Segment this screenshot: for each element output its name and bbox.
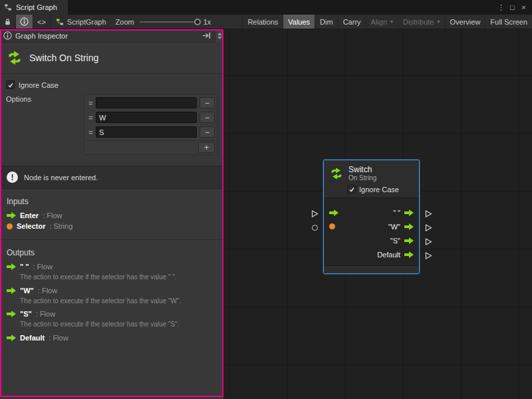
port-name: "W"	[20, 287, 34, 295]
output-port[interactable]: "S"	[390, 237, 414, 245]
full-screen-button[interactable]: Full Screen	[485, 15, 532, 29]
warning-text: Node is never entered.	[24, 174, 98, 182]
node-body: " " "W" "S" Default	[324, 198, 419, 265]
overview-button[interactable]: Overview	[445, 15, 485, 29]
remove-option-button[interactable]: −	[200, 97, 215, 108]
output-port[interactable]: " "	[393, 209, 414, 217]
remove-option-button[interactable]: −	[200, 112, 215, 123]
port-type: : Flow	[43, 211, 62, 219]
window-menu-icon[interactable]: ⋮	[495, 1, 507, 13]
output-port-row: Default : Flow	[0, 332, 223, 343]
flow-output-port-icon	[404, 223, 414, 230]
port-name: " "	[20, 263, 29, 271]
ignore-case-checkbox[interactable]	[6, 80, 15, 89]
port-type: : Flow	[49, 334, 68, 342]
output-port[interactable]: Default	[377, 251, 414, 259]
info-icon	[20, 17, 29, 26]
port-name: "S"	[20, 310, 32, 318]
port-description: The action to execute if the selector ha…	[0, 272, 223, 285]
graph-inspector-panel: Graph Inspector Switch On String Ignore …	[0, 29, 223, 399]
selector-input-port-icon[interactable]	[329, 223, 335, 229]
options-list: = − = − = − +	[84, 94, 217, 155]
flow-input-port-icon[interactable]	[329, 209, 338, 216]
port-type: : Flow	[33, 263, 53, 271]
check-icon	[7, 82, 14, 88]
flow-output-port-icon	[404, 251, 414, 258]
port-type: : String	[49, 222, 72, 230]
toolbar-actions: Relations Values Dim Carry Align▾ Distri…	[242, 15, 532, 29]
zoom-slider[interactable]	[140, 21, 200, 23]
graph-canvas[interactable]: Switch On String Ignore Case " " "W"	[223, 29, 532, 399]
inspector-scrollbar[interactable]	[215, 29, 223, 43]
option-input[interactable]	[96, 97, 197, 108]
drag-handle-icon[interactable]: =	[86, 114, 96, 122]
node-ignore-case-checkbox[interactable]	[347, 185, 356, 194]
flow-output-port-icon	[404, 209, 414, 216]
option-input[interactable]	[96, 112, 197, 123]
input-port-row: Selector : String	[0, 221, 223, 231]
ignore-case-label: Ignore Case	[19, 81, 59, 89]
switch-icon	[6, 49, 23, 66]
graph-name: ScriptGraph	[67, 18, 106, 26]
node-port-row: " "	[324, 205, 419, 219]
scroll-up-icon	[217, 33, 222, 35]
node-footer	[324, 265, 419, 273]
remove-option-button[interactable]: −	[200, 126, 215, 138]
inspector-toggle-button[interactable]	[16, 15, 33, 29]
chevron-down-icon: ▾	[438, 19, 440, 25]
inputs-section: Inputs Enter : Flow Selector : String	[0, 189, 223, 234]
port-name: Enter	[20, 211, 39, 219]
values-button[interactable]: Values	[283, 15, 315, 29]
input-port-row: Enter : Flow	[0, 210, 223, 221]
window-controls: ⋮ □ ×	[495, 0, 532, 15]
flow-output-port-icon	[404, 237, 414, 244]
drag-handle-icon[interactable]: =	[86, 99, 96, 107]
inputs-header: Inputs	[0, 193, 223, 210]
connect-triangle-icon[interactable]	[425, 224, 432, 233]
option-input[interactable]	[96, 126, 197, 138]
options-label: Options	[6, 94, 84, 103]
node-header[interactable]: Switch On String Ignore Case	[324, 160, 419, 198]
expand-panel-icon[interactable]	[202, 32, 211, 39]
output-port-row: " " : Flow	[0, 261, 223, 272]
inspected-node-title: Switch On String	[29, 53, 98, 63]
output-port-row: "W" : Flow	[0, 285, 223, 296]
dim-button[interactable]: Dim	[315, 15, 338, 29]
ignore-case-row: Ignore Case	[6, 80, 217, 89]
inspector-header: Graph Inspector	[0, 29, 223, 43]
carry-button[interactable]: Carry	[338, 15, 366, 29]
add-option-button[interactable]: +	[198, 142, 215, 153]
tab-title: Script Graph	[16, 3, 57, 11]
connect-triangle-icon[interactable]	[425, 252, 432, 261]
drag-handle-icon[interactable]: =	[86, 128, 96, 136]
warning-banner: ! Node is never entered.	[0, 166, 223, 189]
outputs-header: Outputs	[0, 244, 223, 261]
maximize-icon[interactable]: □	[507, 1, 518, 13]
relations-button[interactable]: Relations	[242, 15, 283, 29]
options-footer: +	[86, 140, 215, 153]
node-titles: Switch On String	[348, 165, 376, 182]
check-icon	[348, 186, 355, 193]
code-view-button[interactable]: <>	[33, 15, 51, 29]
string-port-icon	[7, 223, 13, 229]
align-button[interactable]: Align▾	[366, 15, 398, 29]
port-name: Selector	[17, 222, 45, 230]
zoom-slider-knob[interactable]	[194, 19, 201, 25]
lock-button[interactable]	[0, 15, 16, 29]
switch-on-string-node[interactable]: Switch On String Ignore Case " " "W"	[323, 160, 420, 274]
node-port-row: "W"	[324, 219, 419, 233]
port-type: : Flow	[38, 287, 57, 295]
option-item: = −	[86, 110, 215, 124]
titlebar: Script Graph ⋮ □ ×	[0, 0, 532, 15]
distribute-button[interactable]: Distribute▾	[398, 15, 444, 29]
connect-triangle-icon[interactable]	[425, 210, 432, 219]
connect-triangle-icon[interactable]	[311, 210, 319, 219]
port-type: : Flow	[36, 310, 55, 318]
tab-script-graph[interactable]: Script Graph	[0, 0, 68, 15]
connect-circle-icon[interactable]	[312, 225, 318, 231]
close-icon[interactable]: ×	[518, 1, 529, 13]
connect-triangle-icon[interactable]	[425, 238, 432, 247]
output-port[interactable]: "W"	[388, 223, 414, 231]
graph-asset-label: ScriptGraph	[51, 15, 112, 29]
node-port-row: Default	[324, 247, 419, 261]
